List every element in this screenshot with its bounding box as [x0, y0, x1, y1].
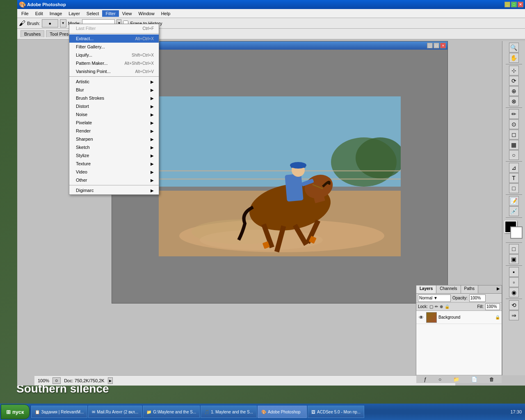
taskbar-item-0[interactable]: 📋 Задания | RelevantM...	[31, 406, 88, 418]
new-layer-btn[interactable]: 📄	[471, 377, 477, 382]
blend-mode-select[interactable]: Normal ▼	[418, 294, 451, 302]
brush-dropdown[interactable]: ▼	[60, 19, 66, 27]
taskbar-item-4[interactable]: 🎨 Adobe Photoshop	[258, 406, 307, 418]
channels-tab[interactable]: Channels	[436, 285, 461, 293]
start-button[interactable]: ⊞ пуск	[1, 404, 30, 419]
status-info-arrow[interactable]: ▶	[108, 377, 113, 384]
filter-texture[interactable]: Texture ▶	[69, 160, 159, 168]
brushes-tab[interactable]: Brushes	[21, 30, 44, 37]
minimize-button[interactable]: _	[504, 2, 510, 7]
taskbar-item-1[interactable]: ✉ Mail.Ru Агент (2 вкл...	[88, 406, 142, 418]
filter-pattern-maker[interactable]: Pattern Maker... Alt+Shift+Ctrl+X	[69, 59, 159, 67]
lock-pixels-icon[interactable]: ✏	[435, 304, 438, 309]
document-window: file0001243877905.jpg _ □ ✕	[112, 41, 448, 304]
lock-transparency-icon[interactable]: ▢	[429, 304, 433, 309]
video-arrow: ▶	[151, 170, 154, 174]
menu-window[interactable]: Window	[135, 10, 158, 17]
layer-visibility-icon[interactable]: 👁	[418, 314, 425, 321]
brush-preview[interactable]: ●	[42, 19, 58, 27]
filter-pixelate[interactable]: Pixelate ▶	[69, 119, 159, 127]
menu-edit[interactable]: Edit	[32, 10, 46, 17]
filter-video[interactable]: Video ▶	[69, 168, 159, 176]
filter-noise[interactable]: Noise ▶	[69, 110, 159, 119]
dodge-tool[interactable]: ○	[509, 150, 519, 160]
menu-image[interactable]: Image	[46, 10, 66, 17]
filter-other[interactable]: Other ▶	[69, 176, 159, 184]
filter-sketch[interactable]: Sketch ▶	[69, 143, 159, 151]
filter-blur[interactable]: Blur ▶	[69, 86, 159, 94]
background-color[interactable]	[510, 226, 523, 239]
layer-row[interactable]: 👁 Background 🔒	[416, 311, 502, 324]
doc-titlebar-buttons: _ □ ✕	[427, 43, 446, 48]
tool-separator-5	[506, 217, 522, 218]
paths-tab[interactable]: Paths	[461, 285, 479, 293]
standard-mode[interactable]: ▣	[509, 254, 519, 264]
zoom-tool[interactable]: 🔍	[509, 43, 519, 52]
lock-position-icon[interactable]: ⊕	[440, 304, 443, 309]
doc-close-button[interactable]: ✕	[440, 43, 446, 48]
filter-liquify[interactable]: Liquify... Shift+Ctrl+X	[69, 51, 159, 59]
notes-tool[interactable]: 📝	[509, 196, 519, 206]
sketch-label: Sketch	[76, 145, 90, 150]
opacity-input[interactable]: 100%	[469, 294, 486, 302]
filter-vanishing-point[interactable]: Vanishing Point... Alt+Ctrl+V	[69, 67, 159, 75]
menu-layer[interactable]: Layer	[65, 10, 83, 17]
filter-distort[interactable]: Distort ▶	[69, 102, 159, 110]
add-mask-btn[interactable]: ○	[438, 377, 441, 382]
filter-artistic[interactable]: Artistic ▶	[69, 78, 159, 86]
tool-separator-1	[506, 64, 522, 64]
crop-tool[interactable]: ⊕	[509, 86, 519, 96]
taskbar-item-3[interactable]: 🎵 1. Maylene and the S...	[201, 406, 257, 418]
move-tool[interactable]: ⊹	[509, 66, 519, 75]
hand-tool[interactable]: ✋	[509, 53, 519, 63]
menu-help[interactable]: Help	[158, 10, 174, 17]
menu-filter[interactable]: Filter	[102, 10, 119, 17]
jump-to[interactable]: ⇒	[509, 310, 519, 320]
fill-input[interactable]: 100%	[485, 304, 500, 310]
filter-render[interactable]: Render ▶	[69, 127, 159, 135]
tool-separator-2	[506, 107, 522, 108]
menu-select[interactable]: Select	[83, 10, 103, 17]
lock-label: Lock:	[418, 304, 428, 309]
gradient-tool[interactable]: ▦	[509, 140, 519, 150]
doc-maximize-button[interactable]: □	[434, 43, 439, 48]
filter-sharpen[interactable]: Sharpen ▶	[69, 135, 159, 143]
lock-all-icon[interactable]: 🔒	[445, 304, 450, 309]
filter-stylize[interactable]: Stylize ▶	[69, 151, 159, 160]
screen-mode-1[interactable]: ▪	[509, 267, 519, 277]
menu-view[interactable]: View	[119, 10, 135, 17]
layers-menu-button[interactable]: ▶	[495, 285, 502, 293]
screen-mode-2[interactable]: ▫	[509, 277, 519, 287]
screen-mode-3[interactable]: ◉	[509, 288, 519, 297]
delete-layer-btn[interactable]: 🗑	[489, 377, 494, 382]
text-tool[interactable]: T	[509, 173, 519, 183]
taskbar-item-2[interactable]: 📁 G:\Maylene and the S...	[143, 406, 200, 418]
vanishing-point-shortcut: Alt+Ctrl+V	[135, 69, 154, 74]
filter-extract[interactable]: Extract... Alt+Ctrl+X	[69, 34, 159, 43]
add-layer-style-btn[interactable]: ƒ	[424, 377, 427, 382]
new-group-btn[interactable]: 📁	[453, 377, 459, 382]
taskbar-item-icon-1: ✉	[92, 410, 95, 414]
brush-tool[interactable]: ✏	[509, 109, 519, 119]
layers-tab[interactable]: Layers	[416, 285, 436, 293]
eyedropper-tool[interactable]: 💉	[509, 206, 519, 216]
taskbar-item-icon-5: 🖼	[311, 410, 315, 414]
shape-tool[interactable]: □	[509, 183, 519, 193]
eraser-tool[interactable]: ◻	[509, 130, 519, 139]
zoom-button[interactable]: ⊙	[52, 377, 61, 384]
stamp-tool[interactable]: ⊙	[509, 119, 519, 129]
filter-digimarc[interactable]: Digimarc ▶	[69, 186, 159, 194]
maximize-button[interactable]: □	[511, 2, 517, 7]
menu-file[interactable]: File	[18, 10, 32, 17]
heal-tool[interactable]: ⊗	[509, 96, 519, 106]
layer-name: Background	[438, 315, 493, 320]
mask-mode[interactable]: □	[509, 244, 519, 254]
lasso-tool[interactable]: ⟳	[509, 76, 519, 86]
filter-brush-strokes[interactable]: Brush Strokes ▶	[69, 94, 159, 102]
close-button[interactable]: ✕	[518, 2, 523, 7]
taskbar-item-5[interactable]: 🖼 ACDSee 5.0 - Mon пр...	[308, 406, 364, 418]
edit-image-ready[interactable]: ⟲	[509, 300, 519, 310]
filter-gallery[interactable]: Filter Gallery...	[69, 43, 159, 51]
doc-minimize-button[interactable]: _	[427, 43, 433, 48]
path-tool[interactable]: ⊿	[509, 163, 519, 173]
